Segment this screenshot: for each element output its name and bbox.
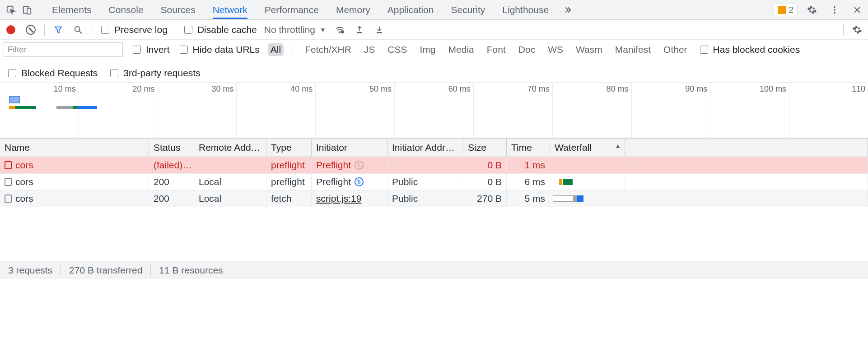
column-header[interactable]: Size <box>463 139 507 157</box>
network-toolbar: Preserve log Disable cache No throttling… <box>0 20 868 40</box>
tab-lighthouse[interactable]: Lighthouse <box>502 1 549 19</box>
table-row[interactable]: cors200LocalpreflightPreflight ⇅Public0 … <box>0 174 868 190</box>
tab-network[interactable]: Network <box>213 1 247 19</box>
cell-name: cors <box>0 190 149 207</box>
cell-waterfall <box>550 190 625 207</box>
hide-data-urls-checkbox[interactable]: Hide data URLs <box>178 44 260 55</box>
disable-cache-label: Disable cache <box>197 24 257 35</box>
table-cell: preflight <box>266 174 312 190</box>
export-har-icon[interactable] <box>373 23 386 36</box>
timeline-tick: 40 ms <box>290 84 313 94</box>
tab-application[interactable]: Application <box>387 1 434 19</box>
column-header[interactable]: Initiator <box>312 139 387 157</box>
table-cell <box>625 190 868 207</box>
network-conditions-icon[interactable] <box>333 23 346 36</box>
table-cell: 5 ms <box>507 190 550 207</box>
table-cell: 1 ms <box>507 157 550 173</box>
filter-toggle-icon[interactable] <box>52 23 65 36</box>
cell-initiator[interactable]: Preflight ⇅ <box>312 157 387 173</box>
table-cell: fetch <box>266 190 312 207</box>
kebab-menu-icon[interactable] <box>826 2 843 18</box>
cell-waterfall <box>550 157 625 173</box>
issues-count: 2 <box>789 5 793 15</box>
issues-badge[interactable]: 2 <box>774 4 798 16</box>
timeline-tick: 30 ms <box>211 84 233 94</box>
cell-initiator[interactable]: Preflight ⇅ <box>312 174 387 190</box>
tab-elements[interactable]: Elements <box>52 1 92 19</box>
tab-console[interactable]: Console <box>109 1 144 19</box>
cell-initiator[interactable]: script.js:19 <box>312 190 387 207</box>
timeline-tick: 110 <box>852 84 865 94</box>
type-filter-css[interactable]: CSS <box>385 43 410 56</box>
type-filter-js[interactable]: JS <box>361 43 378 56</box>
tab-performance[interactable]: Performance <box>265 1 319 19</box>
third-party-checkbox[interactable]: 3rd-party requests <box>108 68 200 79</box>
chevron-down-icon: ▼ <box>320 26 326 33</box>
throttling-select[interactable]: No throttling ▼ <box>264 24 326 35</box>
clear-button[interactable] <box>24 23 37 36</box>
hide-data-urls-label: Hide data URLs <box>193 44 260 55</box>
close-devtools-icon[interactable] <box>849 2 865 18</box>
import-har-icon[interactable] <box>353 23 366 36</box>
type-filter-all[interactable]: All <box>268 43 284 56</box>
type-filter-img[interactable]: Img <box>417 43 439 56</box>
cell-name: cors <box>0 157 149 173</box>
column-header[interactable] <box>625 139 868 157</box>
svg-rect-10 <box>377 32 382 33</box>
timeline-tick: 50 ms <box>369 84 392 94</box>
status-bar: 3 requests 270 B transferred 11 B resour… <box>0 261 868 279</box>
column-header[interactable]: Type <box>266 139 312 157</box>
column-header[interactable]: Name <box>0 139 149 157</box>
record-button[interactable] <box>5 23 17 36</box>
tab-memory[interactable]: Memory <box>336 1 370 19</box>
table-row[interactable]: cors200Localfetchscript.js:19Public270 B… <box>0 190 868 207</box>
warning-icon <box>778 6 786 14</box>
type-filter-ws[interactable]: WS <box>545 43 566 56</box>
column-header[interactable]: Waterfall <box>550 139 625 157</box>
svg-point-6 <box>75 26 80 31</box>
timeline-tick: 80 ms <box>606 84 628 94</box>
timeline-tick: 70 ms <box>527 84 550 94</box>
tab-security[interactable]: Security <box>451 1 485 19</box>
type-filter-other[interactable]: Other <box>661 43 690 56</box>
file-icon <box>5 178 12 186</box>
table-cell: 0 B <box>463 157 507 173</box>
inspect-element-icon[interactable] <box>3 2 19 18</box>
tab-sources[interactable]: Sources <box>161 1 196 19</box>
search-icon[interactable] <box>72 23 84 36</box>
type-filter-media[interactable]: Media <box>446 43 477 56</box>
blocked-requests-checkbox[interactable]: Blocked Requests <box>6 68 98 79</box>
has-blocked-cookies-checkbox[interactable]: Has blocked cookies <box>698 44 800 55</box>
requests-table-body: cors(failed)…preflightPreflight ⇅0 B1 ms… <box>0 157 868 261</box>
preserve-log-checkbox[interactable]: Preserve log <box>99 24 168 35</box>
table-cell: 6 ms <box>507 174 550 190</box>
column-header[interactable]: Status <box>149 139 194 157</box>
table-cell <box>194 157 266 173</box>
timeline-overview[interactable]: 10 ms20 ms30 ms40 ms50 ms60 ms70 ms80 ms… <box>0 83 868 138</box>
more-tabs-icon[interactable] <box>560 2 576 18</box>
status-resources: 11 B resources <box>151 265 231 276</box>
table-cell: preflight <box>266 157 312 173</box>
table-cell: Local <box>194 190 266 207</box>
main-tabstrip: ElementsConsoleSourcesNetworkPerformance… <box>0 0 868 20</box>
device-toolbar-icon[interactable] <box>19 2 35 18</box>
network-settings-icon[interactable] <box>851 23 863 36</box>
svg-point-7 <box>339 32 341 33</box>
type-filter-fetchxhr[interactable]: Fetch/XHR <box>302 43 354 56</box>
table-cell: 0 B <box>463 174 507 190</box>
invert-checkbox[interactable]: Invert <box>131 44 170 55</box>
type-filter-font[interactable]: Font <box>484 43 509 56</box>
table-cell <box>387 157 463 173</box>
type-filter-manifest[interactable]: Manifest <box>612 43 653 56</box>
disable-cache-checkbox[interactable]: Disable cache <box>182 24 257 35</box>
table-row[interactable]: cors(failed)…preflightPreflight ⇅0 B1 ms <box>0 157 868 174</box>
filter-input[interactable] <box>4 42 123 57</box>
column-header[interactable]: Remote Addres… <box>194 139 266 157</box>
timeline-tick: 90 ms <box>685 84 707 94</box>
column-header[interactable]: Initiator Addres… <box>387 139 463 157</box>
settings-icon[interactable] <box>804 2 820 18</box>
type-filter-doc[interactable]: Doc <box>516 43 538 56</box>
type-filter-wasm[interactable]: Wasm <box>573 43 605 56</box>
column-header[interactable]: Time <box>507 139 550 157</box>
table-cell: 200 <box>149 174 194 190</box>
